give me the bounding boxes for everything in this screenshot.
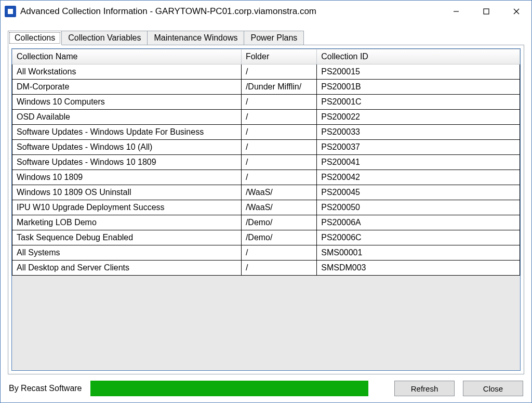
cell-id: PS200015 bbox=[317, 64, 520, 80]
collections-grid[interactable]: Collection Name Folder Collection ID All… bbox=[12, 49, 520, 276]
cell-folder: /WaaS/ bbox=[241, 185, 316, 200]
cell-name: Marketing LOB Demo bbox=[12, 215, 242, 230]
cell-id: PS200045 bbox=[317, 185, 520, 200]
cell-folder: / bbox=[241, 125, 316, 140]
cell-id: SMSDM003 bbox=[317, 261, 520, 276]
table-row[interactable]: Software Updates - Windows 10 1809/PS200… bbox=[12, 155, 520, 170]
cell-name: Software Updates - Windows 10 (All) bbox=[12, 140, 242, 155]
table-row[interactable]: All Systems/SMS00001 bbox=[12, 245, 520, 261]
window-controls bbox=[441, 1, 531, 22]
footer: By Recast Software Refresh Close bbox=[1, 374, 531, 402]
app-icon bbox=[5, 6, 16, 17]
app-window: Advanced Collection Information - GARYTO… bbox=[0, 0, 532, 403]
tab-label: Maintenance Windows bbox=[154, 33, 237, 42]
tab-maintenance-windows[interactable]: Maintenance Windows bbox=[148, 31, 244, 45]
tab-label: Power Plans bbox=[250, 33, 297, 42]
cell-name: IPU W10 Upgrade Deployment Success bbox=[12, 200, 242, 215]
titlebar: Advanced Collection Information - GARYTO… bbox=[1, 1, 531, 22]
cell-id: PS20006C bbox=[317, 230, 520, 245]
cell-id: PS200041 bbox=[317, 155, 520, 170]
cell-folder: / bbox=[241, 170, 316, 185]
tab-collection-variables[interactable]: Collection Variables bbox=[62, 31, 148, 45]
content-area: Collections Collection Variables Mainten… bbox=[1, 22, 531, 374]
cell-name: Task Sequence Debug Enabled bbox=[12, 230, 242, 245]
tab-pane-collections: Collection Name Folder Collection ID All… bbox=[8, 45, 524, 374]
cell-id: PS200042 bbox=[317, 170, 520, 185]
cell-id: PS200033 bbox=[317, 125, 520, 140]
cell-name: Software Updates - Windows Update For Bu… bbox=[12, 125, 242, 140]
cell-folder: / bbox=[241, 261, 316, 276]
collections-grid-wrap: Collection Name Folder Collection ID All… bbox=[11, 48, 521, 371]
table-row[interactable]: Windows 10 Computers/PS20001C bbox=[12, 95, 520, 110]
table-row[interactable]: Software Updates - Windows Update For Bu… bbox=[12, 125, 520, 140]
cell-id: PS200037 bbox=[317, 140, 520, 155]
cell-folder: / bbox=[241, 245, 316, 261]
cell-folder: / bbox=[241, 140, 316, 155]
cell-name: Windows 10 1809 OS Uninstall bbox=[12, 185, 242, 200]
table-row[interactable]: OSD Available/PS200022 bbox=[12, 110, 520, 125]
minimize-button[interactable] bbox=[441, 1, 471, 22]
table-row[interactable]: Windows 10 1809 OS Uninstall/WaaS/PS2000… bbox=[12, 185, 520, 200]
table-row[interactable]: Task Sequence Debug Enabled/Demo/PS20006… bbox=[12, 230, 520, 245]
cell-name: OSD Available bbox=[12, 110, 242, 125]
cell-name: All Workstations bbox=[12, 64, 242, 80]
cell-id: PS20006A bbox=[317, 215, 520, 230]
svg-rect-1 bbox=[484, 9, 489, 14]
cell-folder: / bbox=[241, 64, 316, 80]
cell-name: Windows 10 Computers bbox=[12, 95, 242, 110]
cell-name: Software Updates - Windows 10 1809 bbox=[12, 155, 242, 170]
table-row[interactable]: All Desktop and Server Clients/SMSDM003 bbox=[12, 261, 520, 276]
tab-label: Collection Variables bbox=[68, 33, 141, 42]
cell-id: PS20001B bbox=[317, 80, 520, 95]
cell-folder: /Demo/ bbox=[241, 215, 316, 230]
cell-folder: /WaaS/ bbox=[241, 200, 316, 215]
tabstrip: Collections Collection Variables Mainten… bbox=[8, 30, 524, 45]
cell-folder: /Dunder Mifflin/ bbox=[241, 80, 316, 95]
cell-id: PS20001C bbox=[317, 95, 520, 110]
cell-folder: / bbox=[241, 95, 316, 110]
close-button[interactable]: Close bbox=[463, 381, 523, 396]
col-header-folder[interactable]: Folder bbox=[241, 49, 316, 64]
tab-label: Collections bbox=[15, 33, 55, 42]
cell-id: SMS00001 bbox=[317, 245, 520, 261]
cell-folder: /Demo/ bbox=[241, 230, 316, 245]
maximize-button[interactable] bbox=[471, 1, 501, 22]
col-header-name[interactable]: Collection Name bbox=[12, 49, 242, 64]
table-row[interactable]: Software Updates - Windows 10 (All)/PS20… bbox=[12, 140, 520, 155]
grid-header-row: Collection Name Folder Collection ID bbox=[12, 49, 520, 64]
table-row[interactable]: Marketing LOB Demo/Demo/PS20006A bbox=[12, 215, 520, 230]
col-header-id[interactable]: Collection ID bbox=[317, 49, 520, 64]
cell-name: Windows 10 1809 bbox=[12, 170, 242, 185]
window-title: Advanced Collection Information - GARYTO… bbox=[20, 6, 316, 17]
cell-name: DM-Corporate bbox=[12, 80, 242, 95]
grid-empty-area bbox=[12, 276, 520, 370]
cell-folder: / bbox=[241, 155, 316, 170]
table-row[interactable]: DM-Corporate/Dunder Mifflin/PS20001B bbox=[12, 80, 520, 95]
cell-id: PS200050 bbox=[317, 200, 520, 215]
tab-collections[interactable]: Collections bbox=[8, 31, 62, 45]
cell-name: All Systems bbox=[12, 245, 242, 261]
cell-name: All Desktop and Server Clients bbox=[12, 261, 242, 276]
cell-folder: / bbox=[241, 110, 316, 125]
table-row[interactable]: All Workstations/PS200015 bbox=[12, 64, 520, 80]
cell-id: PS200022 bbox=[317, 110, 520, 125]
table-row[interactable]: IPU W10 Upgrade Deployment Success/WaaS/… bbox=[12, 200, 520, 215]
table-row[interactable]: Windows 10 1809/PS200042 bbox=[12, 170, 520, 185]
close-window-button[interactable] bbox=[501, 1, 531, 22]
progress-bar bbox=[90, 381, 368, 396]
vendor-label: By Recast Software bbox=[9, 384, 82, 393]
refresh-button[interactable]: Refresh bbox=[394, 381, 455, 396]
tab-power-plans[interactable]: Power Plans bbox=[244, 31, 304, 45]
